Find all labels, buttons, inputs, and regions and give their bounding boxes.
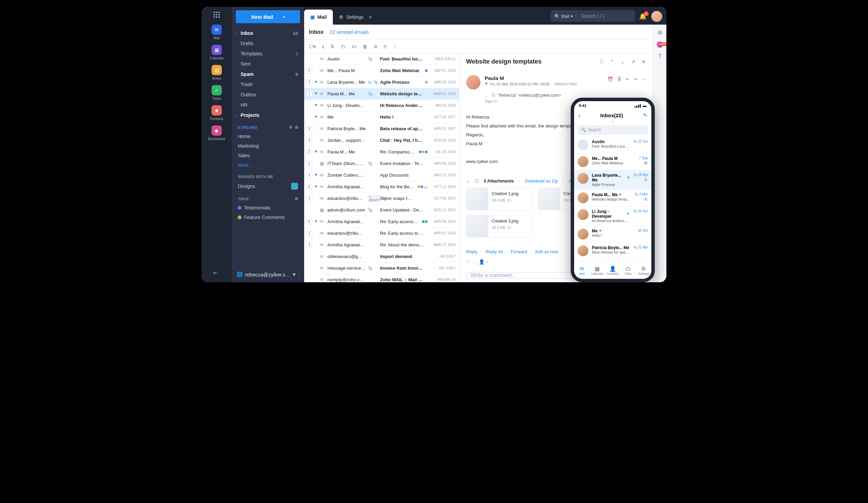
tag-item[interactable]: Feature Comments <box>232 213 304 222</box>
user-avatar[interactable] <box>651 11 662 22</box>
folder-icon[interactable]: 🗀 <box>341 44 345 49</box>
reminder-icon[interactable]: ⏰ <box>608 76 613 90</box>
settings-gear-icon[interactable]: ⚙ <box>658 29 662 36</box>
tab-settings[interactable]: ⚙Settings✕ <box>333 10 379 24</box>
phone-mail-row[interactable]: Patricia Boyle... MeBeta release for app… <box>574 243 651 259</box>
more-icon[interactable]: ⋮ <box>393 44 397 49</box>
archive-icon[interactable]: 🗄 <box>617 76 622 90</box>
folder-inbox[interactable]: ›Inbox22 <box>232 28 304 38</box>
mail-row[interactable]: 5✉Me... Paula MZoho Mail WebinarSEP 07, … <box>304 65 459 76</box>
mail-row[interactable]: 2▦ITTeam Zillum... Me📎Event Invitation -… <box>304 158 459 170</box>
collapse-sidebar-icon[interactable]: ⇤ <box>213 270 218 276</box>
att-checkbox[interactable]: ☐ <box>475 178 479 184</box>
stream-item[interactable]: More .. <box>232 160 304 170</box>
phone-mail-row[interactable]: Paula M... Me ⚑Website design templates📎… <box>574 189 651 206</box>
folder-spam[interactable]: Spam6 <box>232 69 304 79</box>
mail-row[interactable]: 6⚑✉Amritha Agrawal...Blog for the Be...+… <box>304 181 459 193</box>
mail-row[interactable]: 2✉eduardov@zillum.c...Re: Early access t… <box>304 228 459 239</box>
folder-drafts[interactable]: Drafts <box>232 38 304 49</box>
phone-mail-row[interactable]: Jordan... support@zylkerChat: Hey Pat📎4 … <box>574 259 651 262</box>
phone-tab-mail[interactable]: ✉Mail <box>574 262 589 279</box>
mail-row[interactable]: ✉message-service@...📎Invoice from Invoic… <box>304 263 459 274</box>
phone-tab-calendar[interactable]: ▦Calendar <box>589 262 605 279</box>
streams-settings-icon[interactable]: ⚙ <box>289 125 293 130</box>
select-all-checkbox[interactable]: ☐▾ <box>309 44 316 49</box>
rail-app-contacts[interactable]: ☻Contacts <box>210 105 223 121</box>
stream-item[interactable]: Sales <box>232 151 304 160</box>
mail-row[interactable]: 3⚑✉Zombie Cutters... le...App DiscountsM… <box>304 170 459 181</box>
reader-popout-icon[interactable]: ↗ <box>631 59 635 65</box>
stream-item[interactable]: Home <box>232 132 304 141</box>
forward-link[interactable]: Forward <box>511 249 527 254</box>
phone-mail-row[interactable]: AustinFwd: Beautiful Locations📎12 Jun <box>574 137 651 153</box>
mail-row[interactable]: 3✉Patricia Boyle... MeBeta release of ap… <box>304 123 459 135</box>
phone-search[interactable]: 🔍Search <box>578 125 648 135</box>
mail-row[interactable]: ⚑✉MeHello !OCT 10, 2017 <box>304 111 459 123</box>
phone-mail-row[interactable]: Lana Bryante... Me ⚑Agile Process📎26 Apr… <box>574 170 651 189</box>
reply-link[interactable]: Reply <box>466 249 477 254</box>
reader-conversation-icon[interactable]: ⠿ <box>600 59 603 65</box>
filter-icon[interactable]: ⫿ <box>322 44 324 49</box>
delete-icon[interactable]: 🗑 <box>363 44 368 49</box>
mail-row[interactable]: 2⚑✉Paula M... MeRe. Comparison ...JUL 29… <box>304 146 459 158</box>
add-stream-icon[interactable]: ⊞ <box>295 125 298 130</box>
mail-row[interactable]: ▦admin@zillum.com📎Event Updated - De...A… <box>304 204 459 216</box>
rail-app-tasks[interactable]: ✓Tasks <box>211 85 222 101</box>
phone-tab-files[interactable]: 🗀Files <box>621 262 636 279</box>
mail-row[interactable]: 3✉Jordan... support@z...Chat : Hey Pat, … <box>304 135 459 146</box>
spam-icon[interactable]: ⊘ <box>373 44 378 49</box>
tag-icon[interactable]: 🏷 <box>352 44 356 49</box>
search-scope[interactable]: 🔍Mail▾ <box>551 10 577 22</box>
phone-mail-row[interactable]: Me... Paula MZoho Mail Webinar7 Sep5 <box>574 153 651 170</box>
archive-icon[interactable]: ⎘ <box>384 44 386 49</box>
rail-app-mail[interactable]: ✉Mail <box>211 24 222 40</box>
mail-row[interactable]: ⚑✉Li Jung - DeveloperHi Rebecca Anderson… <box>304 100 459 111</box>
mail-row[interactable]: 5⚑✉Amritha Agrawal...Re: Early access to… <box>304 216 459 228</box>
user-account[interactable]: 🌐 rebecca@zylker.c… ▾ <box>232 267 304 282</box>
stream-item[interactable]: Marketing <box>232 141 304 151</box>
mail-row[interactable]: 3⚑✉Lana Bryante... Me1⎘📎Agile ProcessAPR… <box>304 76 459 88</box>
more-icon[interactable]: ⋯ <box>641 76 646 90</box>
reply-icon[interactable]: ↩ <box>626 76 629 90</box>
mail-row[interactable]: ✉Austin📎Fwd: Beautiful locati...WED JUN … <box>304 53 459 65</box>
reader-down-icon[interactable]: ⌄ <box>620 59 625 65</box>
close-tab-icon[interactable]: ✕ <box>369 14 372 20</box>
phone-back-icon[interactable]: ‹ <box>578 111 581 119</box>
notifications-icon[interactable]: 🔔2 <box>639 13 647 20</box>
like-icon[interactable]: ♡ <box>466 259 471 265</box>
help-icon[interactable]: ? <box>658 53 661 60</box>
mail-row[interactable]: ✉olilienwuaru@gmai...Import demandFRI JU… <box>304 251 459 263</box>
phone-chevron-icon[interactable]: ⌄ <box>574 119 651 123</box>
tab-mail[interactable]: ▣Mail <box>304 10 333 24</box>
folder-trash[interactable]: Trash <box>232 79 304 90</box>
unread-count[interactable]: 22 unread emails <box>330 29 369 35</box>
reader-close-icon[interactable]: ✕ <box>641 59 646 65</box>
download-zip[interactable]: Download as Zip <box>525 178 558 184</box>
folder-outbox[interactable]: Outbox <box>232 90 304 100</box>
new-mail-button[interactable]: New Mail <box>236 10 300 23</box>
forward-icon[interactable]: ↪ <box>633 76 637 90</box>
add-tag-icon[interactable]: ⊞ <box>295 196 298 201</box>
phone-tab-settings[interactable]: ⚙Settings <box>636 262 651 279</box>
expand-att-icon[interactable]: ⌄ <box>466 178 470 184</box>
edit-as-new-link[interactable]: Edit as new <box>535 249 558 254</box>
rail-app-calendar[interactable]: ▦Calendar <box>210 45 224 60</box>
add-person-icon[interactable]: 👤＋ <box>479 259 489 265</box>
rail-app-bookmarks[interactable]: ◆Bookmarks <box>208 125 225 141</box>
sort-icon[interactable]: ⇅ <box>330 44 334 49</box>
phone-tab-contacts[interactable]: 👤Contacts <box>605 262 620 279</box>
shared-item[interactable]: Designs <box>232 181 304 192</box>
search-input[interactable] <box>577 13 635 19</box>
add-tag-icon[interactable]: 🏷 <box>494 99 497 103</box>
mail-row[interactable]: 1⚑✉Paula M... Me📎Website design temp...M… <box>304 88 459 100</box>
attachment-card[interactable]: Creative 1.png20.3 KB 🏷 <box>466 188 533 210</box>
phone-mail-row[interactable]: Li Jung - Developer ⚑Hi Rebecca Anderson… <box>574 206 651 226</box>
phone-compose-icon[interactable]: ✎ <box>643 112 647 119</box>
mail-row[interactable]: ✉noreply@zoho.comZoho MAIL :: Mail For..… <box>304 274 459 282</box>
mail-row[interactable]: 3✉Amritha Agrawal...Re: About the demo p… <box>304 239 459 251</box>
folder-sent[interactable]: Sent <box>232 59 304 69</box>
reply-all-link[interactable]: Reply All <box>486 249 503 254</box>
mail-row[interactable]: 3✉eduardov@zillum.c...1 DRAFT📎Some snaps… <box>304 193 459 204</box>
reader-up-icon[interactable]: ⌃ <box>610 59 614 65</box>
attachment-card[interactable]: Creative 3.png20.3 KB 🏷 <box>466 215 533 237</box>
